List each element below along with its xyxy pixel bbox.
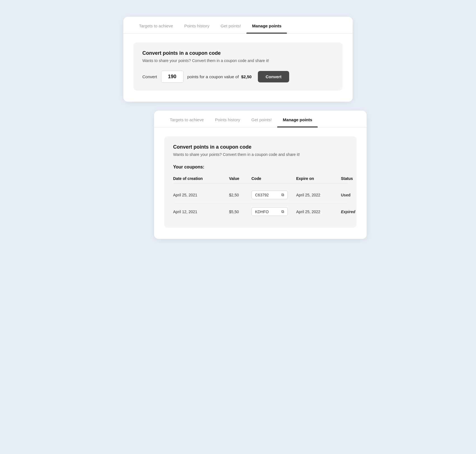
- row1-date: April 25, 2021: [173, 193, 229, 197]
- tab-targets-2[interactable]: Targets to achieve: [164, 111, 209, 127]
- row2-status: Expired: [341, 210, 367, 214]
- row1-code-field: C63792 ⧉: [251, 191, 288, 199]
- coupon-table-header: Date of creation Value Code Expire on St…: [173, 174, 348, 183]
- convert-suffix-1: points for a coupon value of $2,50: [187, 74, 252, 79]
- copy-icon-2[interactable]: ⧉: [281, 209, 284, 214]
- tab-bar-1: Targets to achieve Points history Get po…: [123, 17, 353, 34]
- tab-get-1[interactable]: Get points!: [215, 17, 247, 33]
- row2-value: $5,50: [229, 210, 251, 214]
- row1-code-text: C63792: [255, 193, 269, 197]
- row2-code-text: KDHFO: [255, 210, 269, 214]
- copy-icon-1[interactable]: ⧉: [281, 192, 284, 197]
- coupon-box-1: Convert points in a coupon code Wants to…: [133, 42, 343, 91]
- row1-value: $2,50: [229, 193, 251, 197]
- tab-manage-1[interactable]: Manage points: [246, 17, 287, 33]
- coupon-box-2: Convert points in a coupon code Wants to…: [164, 136, 357, 228]
- table-row: April 12, 2021 $5,50 KDHFO ⧉ April 25, 2…: [173, 203, 348, 220]
- coupon-table: Date of creation Value Code Expire on St…: [173, 174, 348, 220]
- card-2: Targets to achieve Points history Get po…: [154, 111, 367, 239]
- your-coupons-label: Your coupons:: [173, 165, 348, 170]
- convert-row-1: Convert points for a coupon value of $2,…: [142, 71, 334, 83]
- header-date: Date of creation: [173, 176, 229, 181]
- coupon-value-1: $2,50: [241, 74, 252, 79]
- convert-label-1: Convert: [142, 74, 157, 79]
- tab-get-2[interactable]: Get points!: [246, 111, 277, 127]
- header-status: Status: [341, 176, 367, 181]
- coupon-title-2: Convert points in a coupon code: [173, 144, 348, 150]
- row2-code-field: KDHFO ⧉: [251, 207, 288, 216]
- coupon-desc-1: Wants to share your points? Convert them…: [142, 58, 334, 63]
- table-row: April 25, 2021 $2,50 C63792 ⧉ April 25, …: [173, 187, 348, 203]
- tab-targets-1[interactable]: Targets to achieve: [133, 17, 179, 33]
- coupon-desc-2: Wants to share your points? Convert them…: [173, 152, 348, 157]
- convert-button-1[interactable]: Convert: [258, 71, 289, 82]
- row1-expire: April 25, 2022: [296, 193, 341, 197]
- row2-expire: April 25, 2022: [296, 210, 341, 214]
- card-1: Targets to achieve Points history Get po…: [123, 17, 353, 102]
- header-expire: Expire on: [296, 176, 341, 181]
- card-1-content: Convert points in a coupon code Wants to…: [123, 34, 353, 102]
- points-input-1[interactable]: [161, 71, 183, 83]
- coupon-title-1: Convert points in a coupon code: [142, 50, 334, 56]
- tab-history-1[interactable]: Points history: [179, 17, 215, 33]
- header-value: Value: [229, 176, 251, 181]
- tab-history-2[interactable]: Points history: [209, 111, 246, 127]
- tab-bar-2: Targets to achieve Points history Get po…: [154, 111, 367, 127]
- card-2-content: Convert points in a coupon code Wants to…: [154, 127, 367, 239]
- row2-date: April 12, 2021: [173, 210, 229, 214]
- header-code: Code: [251, 176, 296, 181]
- row1-status: Used: [341, 193, 367, 197]
- tab-manage-2[interactable]: Manage points: [277, 111, 318, 127]
